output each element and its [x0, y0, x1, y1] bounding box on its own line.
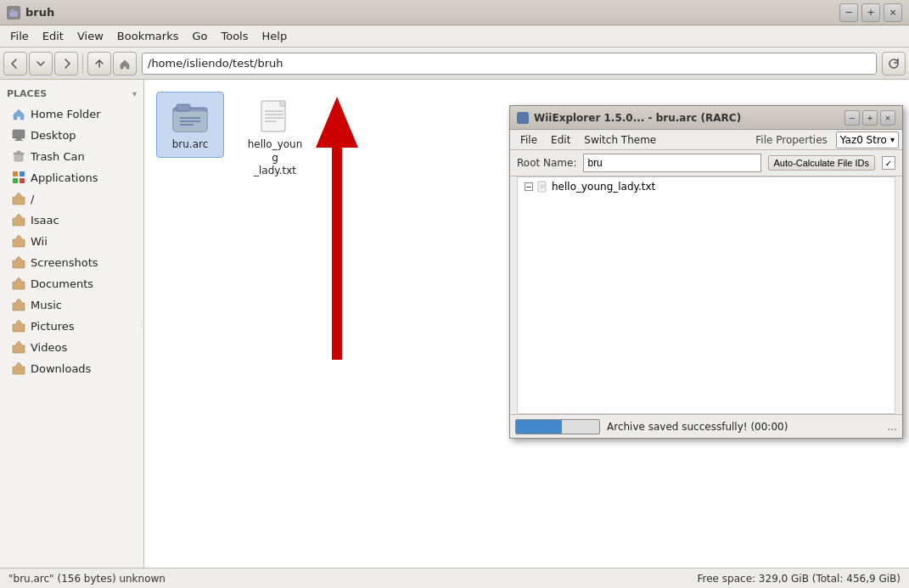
file-bru-arc[interactable]: bru.arc [156, 92, 224, 158]
sidebar-item-isaac[interactable]: Isaac [3, 210, 140, 230]
videos-icon [12, 340, 25, 354]
sidebar-item-pictures[interactable]: Pictures [3, 316, 140, 336]
window-title: bruh [25, 6, 54, 19]
dialog-controls: − + × [844, 110, 895, 126]
trash-icon [12, 149, 25, 163]
file-label-hello: hello_young _lady.txt [247, 138, 303, 178]
svg-rect-2 [13, 130, 25, 138]
tree-file-icon [536, 181, 548, 193]
maximize-button[interactable]: + [861, 3, 880, 22]
file-label-bru-arc: bru.arc [172, 138, 209, 152]
dialog-statusbar: Archive saved successfully! (00:00) ... [510, 414, 902, 438]
music-icon [12, 298, 25, 311]
autocalc-checkbox[interactable]: ✓ [882, 156, 895, 170]
svg-rect-4 [14, 140, 23, 141]
root-name-input[interactable] [583, 154, 760, 172]
documents-icon [12, 277, 25, 290]
sidebar-item-trash-can[interactable]: Trash Can [3, 146, 140, 166]
home-folder-icon [12, 107, 25, 120]
back-button[interactable] [3, 52, 27, 76]
progress-bar [515, 419, 600, 434]
dialog-menu-switch-theme[interactable]: Switch Theme [577, 132, 663, 148]
tree-item-hello[interactable]: − hello_young_lady.txt [518, 177, 895, 196]
tree-toggle[interactable]: − [525, 182, 533, 191]
sidebar-label-documents: Documents [31, 277, 93, 290]
sidebar-item-home-folder[interactable]: Home Folder [3, 104, 140, 124]
sidebar-label-downloads: Downloads [31, 362, 91, 375]
menu-bookmarks[interactable]: Bookmarks [110, 28, 186, 44]
dialog-file-props: File Properties [750, 134, 833, 146]
dropdown-chevron: ▾ [890, 135, 895, 144]
dialog-title-text: WiiExplorer 1.5.0... - bru.arc (RARC) [534, 112, 741, 124]
toolbar: /home/isliendo/test/bruh [0, 48, 909, 80]
sidebar-label-root: / [31, 193, 34, 205]
svg-rect-8 [13, 171, 18, 176]
sidebar-resize-handle[interactable]: ⋮ [138, 311, 143, 337]
sidebar-header: Places ▾ [0, 83, 143, 103]
sidebar-item-videos[interactable]: Videos [3, 337, 140, 357]
sidebar-label-wii: Wii [31, 235, 48, 248]
wii-icon [12, 234, 25, 248]
forward-button[interactable] [54, 52, 78, 76]
close-button[interactable]: × [884, 3, 902, 22]
up-button[interactable] [87, 52, 111, 76]
svg-rect-10 [13, 178, 18, 183]
sidebar-toggle[interactable]: ▾ [132, 89, 137, 98]
menu-view[interactable]: View [70, 28, 110, 44]
wii-explorer-dialog: WiiExplorer 1.5.0... - bru.arc (RARC) − … [509, 105, 903, 439]
sidebar-item-documents[interactable]: Documents [3, 273, 140, 294]
reload-button[interactable] [882, 52, 906, 76]
sidebar-title: Places [7, 88, 47, 99]
pictures-icon [12, 319, 25, 333]
title-controls: − + × [839, 3, 902, 22]
sidebar-label-desktop: Desktop [31, 129, 76, 142]
sidebar-item-root[interactable]: / [3, 188, 140, 209]
dialog-maximize[interactable]: + [862, 110, 878, 126]
svg-rect-7 [17, 151, 20, 153]
address-text: /home/isliendo/test/bruh [148, 57, 871, 70]
menu-file[interactable]: File [3, 28, 36, 44]
sidebar-item-downloads[interactable]: Downloads [3, 358, 140, 378]
menu-help[interactable]: Help [255, 28, 295, 44]
down-button[interactable] [29, 52, 53, 76]
menu-tools[interactable]: Tools [214, 28, 255, 44]
svg-rect-1 [10, 9, 14, 12]
sidebar-item-music[interactable]: Music [3, 294, 140, 315]
svg-rect-6 [14, 153, 24, 154]
dialog-titlebar: WiiExplorer 1.5.0... - bru.arc (RARC) − … [510, 106, 902, 130]
tree-item-label: hello_young_lady.txt [552, 181, 655, 193]
dialog-status-dots: ... [888, 421, 897, 433]
dialog-status-text: Archive saved successfully! (00:00) [607, 421, 881, 433]
dialog-dropdown-value: Yaz0 Stro [840, 134, 887, 146]
sidebar-label-isaac: Isaac [31, 214, 59, 227]
screenshots-icon [12, 255, 25, 269]
minimize-button[interactable]: − [839, 3, 858, 22]
sidebar-label-music: Music [31, 299, 62, 311]
dialog-minimize[interactable]: − [844, 110, 860, 126]
statusbar: "bru.arc" (156 bytes) unknown Free space… [0, 568, 909, 588]
dialog-app-icon [517, 112, 529, 124]
text-file-icon [255, 98, 295, 138]
dialog-menu-edit[interactable]: Edit [544, 132, 577, 148]
toolbar-sep-1 [82, 53, 83, 74]
autocalc-button[interactable]: Auto-Calculate File IDs [768, 155, 876, 171]
dialog-close[interactable]: × [880, 110, 895, 126]
menu-edit[interactable]: Edit [36, 28, 70, 44]
dialog-file-tree: − hello_young_lady.txt [517, 176, 895, 414]
downloads-icon [12, 361, 25, 375]
sidebar-item-desktop[interactable]: Desktop [3, 125, 140, 145]
sidebar-label-applications: Applications [31, 171, 98, 184]
file-hello-young-lady[interactable]: hello_young _lady.txt [241, 92, 309, 184]
dialog-dropdown[interactable]: Yaz0 Stro ▾ [836, 132, 899, 148]
menu-go[interactable]: Go [185, 28, 214, 44]
dialog-menu-file[interactable]: File [513, 132, 544, 148]
address-bar[interactable]: /home/isliendo/test/bruh [142, 53, 877, 75]
root-name-label: Root Name: [517, 157, 576, 169]
home-button[interactable] [113, 52, 137, 76]
sidebar-item-screenshots[interactable]: Screenshots [3, 252, 140, 272]
sidebar-item-applications[interactable]: Applications [3, 167, 140, 188]
svg-rect-9 [20, 171, 25, 176]
sidebar-label-videos: Videos [31, 341, 67, 354]
sidebar-item-wii[interactable]: Wii [3, 231, 140, 251]
app-icon [7, 6, 20, 20]
